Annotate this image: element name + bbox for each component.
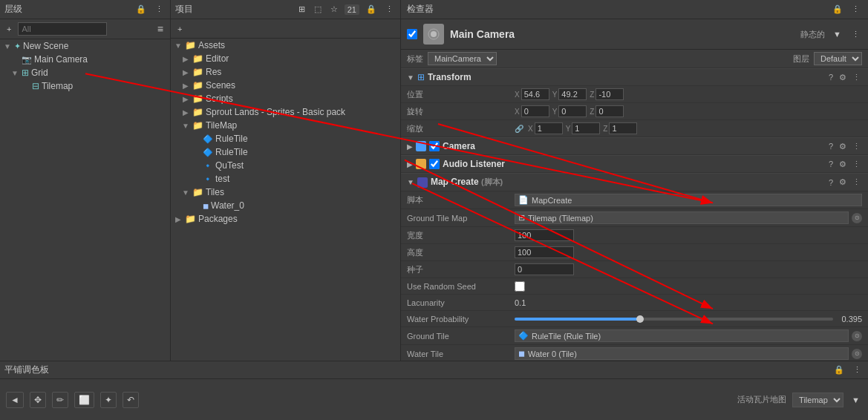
project-item-ruletile2[interactable]: 🔷 RuleTile	[171, 145, 400, 159]
project-item-assets[interactable]: ▼ 📁 Assets	[171, 39, 400, 52]
palette-lock-btn[interactable]: 🔒	[832, 364, 846, 375]
scale-x-input[interactable]	[535, 122, 563, 134]
camera-header[interactable]: ▶ Camera ? ⚙ ⋮	[401, 137, 868, 155]
width-label: 宽度	[407, 230, 515, 241]
height-input[interactable]	[515, 246, 574, 258]
audio-settings[interactable]: ⚙	[838, 160, 848, 169]
map-create-dots[interactable]: ⋮	[851, 177, 862, 187]
tool-select-btn[interactable]: ◄	[6, 392, 24, 408]
scale-y-input[interactable]	[572, 122, 600, 134]
project-item-label: test	[215, 174, 229, 184]
tool-fill-btn[interactable]: ✦	[100, 392, 117, 408]
project-item-water0[interactable]: ◼ Water_0	[171, 199, 400, 212]
seed-input[interactable]	[515, 263, 574, 275]
hierarchy-item-main-camera[interactable]: 📷 Main Camera	[0, 53, 170, 66]
project-item-test[interactable]: 🔹 test	[171, 172, 400, 186]
folder-icon: 📁	[185, 214, 196, 224]
inspector-more-btn[interactable]: ⋮	[849, 4, 862, 15]
hierarchy-search[interactable]	[18, 22, 107, 36]
water-prob-track[interactable]	[515, 318, 833, 321]
transform-header[interactable]: ▼ ⊞ Transform ? ⚙ ⋮	[401, 68, 868, 86]
hierarchy-item-tilemap[interactable]: ⊟ Tilemap	[0, 79, 170, 93]
transform-question[interactable]: ?	[827, 73, 835, 82]
project-item-scenes[interactable]: ▶ 📁 Scenes	[171, 79, 400, 92]
project-item-packages[interactable]: ▶ 📁 Packages	[171, 212, 400, 226]
random-seed-checkbox[interactable]	[515, 281, 525, 292]
transform-dots[interactable]: ⋮	[851, 73, 862, 82]
go-dots-menu[interactable]: ⋮	[849, 29, 862, 40]
rot-x-input[interactable]	[521, 105, 549, 117]
inspector-lock-btn[interactable]: 🔒	[830, 4, 845, 15]
scale-z-input[interactable]	[609, 122, 637, 134]
height-row: 高度	[401, 244, 868, 261]
map-create-header[interactable]: ▼ Map Create (脚本) ? ⚙ ⋮	[401, 173, 868, 191]
ground-tile-ref[interactable]: 🔷 RuleTile (Rule Tile)	[515, 329, 849, 342]
pos-x-input[interactable]	[521, 88, 549, 100]
pos-z-input[interactable]	[595, 88, 624, 100]
project-item-res[interactable]: ▶ 📁 Res	[171, 65, 400, 79]
camera-question[interactable]: ?	[827, 142, 835, 151]
audio-dots[interactable]: ⋮	[851, 160, 862, 169]
hierarchy-more-btn[interactable]: ⋮	[153, 4, 166, 15]
hierarchy-collapse-btn[interactable]: ≡	[155, 22, 166, 36]
audio-listener-header[interactable]: ▶ Audio Listener ? ⚙ ⋮	[401, 155, 868, 173]
tool-rect-btn[interactable]: ⬜	[74, 392, 94, 408]
project-item-scripts[interactable]: ▶ 📁 Scripts	[171, 92, 400, 105]
tag-select[interactable]: MainCamera	[428, 52, 497, 65]
transform-settings[interactable]: ⚙	[838, 73, 848, 82]
tool-paint-btn[interactable]: ✏	[52, 392, 68, 408]
tool-move-btn[interactable]: ✥	[30, 392, 46, 408]
pos-y-input[interactable]	[558, 88, 587, 100]
width-input[interactable]	[515, 229, 574, 241]
camera-active[interactable]	[429, 141, 440, 151]
project-item-editor[interactable]: ▶ 📁 Editor	[171, 52, 400, 65]
project-item-qutest[interactable]: 🔹 QuTest	[171, 159, 400, 172]
hierarchy-lock-btn[interactable]: 🔒	[134, 4, 149, 15]
camera-settings[interactable]: ⚙	[838, 142, 848, 151]
bottom-content: ◄ ✥ ✏ ⬜ ✦ ↶ 活动瓦片地图 Tilemap ▼	[0, 379, 868, 420]
hierarchy-item-new-scene[interactable]: ▼ ✦ New Scene	[0, 39, 170, 53]
tool-pick-btn[interactable]: ↶	[123, 392, 139, 408]
water-tile-pick[interactable]: ⊙	[852, 349, 862, 359]
audio-active[interactable]	[429, 159, 440, 169]
map-create-question[interactable]: ?	[827, 178, 835, 187]
tilemap-select[interactable]: Tilemap	[792, 393, 843, 407]
project-item-tilemap[interactable]: ▼ 📁 TileMap	[171, 119, 400, 132]
script-ref[interactable]: 📄 MapCreate	[515, 194, 862, 206]
folder-icon: 📁	[185, 40, 196, 50]
project-title: 项目	[175, 3, 193, 16]
project-icon3[interactable]: ☆	[328, 4, 340, 15]
ground-tile-row: Ground Tile 🔷 RuleTile (Rule Tile) ⊙	[401, 327, 868, 345]
camera-dots[interactable]: ⋮	[851, 142, 862, 151]
folder-icon: 📁	[192, 80, 203, 91]
water-prob-thumb[interactable]	[636, 315, 644, 323]
hierarchy-item-grid[interactable]: ▼ ⊞ Grid	[0, 66, 170, 79]
camera-comp-arrow: ▶	[407, 142, 413, 151]
folder-icon: 📁	[192, 187, 203, 197]
palette-more-btn[interactable]: ⋮	[851, 364, 864, 375]
project-item-sprout[interactable]: ▶ 📁 Sprout Lands - Sprites - Basic pack	[171, 105, 400, 119]
project-item-ruletile1[interactable]: 🔷 RuleTile	[171, 132, 400, 145]
go-active-toggle[interactable]	[407, 29, 417, 39]
project-item-tiles[interactable]: ▼ 📁 Tiles	[171, 186, 400, 199]
audio-question[interactable]: ?	[827, 160, 835, 168]
tilemap-select-arrow[interactable]: ▼	[849, 395, 862, 405]
hierarchy-panel: 层级 🔒 ⋮ + ≡ ▼ ✦ New Scene 📷	[0, 0, 171, 361]
project-more-btn[interactable]: ⋮	[383, 4, 396, 15]
ground-tile-pick[interactable]: ⊙	[852, 331, 862, 341]
map-create-settings[interactable]: ⚙	[838, 177, 848, 187]
ground-tile-map-ref[interactable]: ⊟ Tilemap (Tilemap)	[515, 211, 849, 224]
hierarchy-add-btn[interactable]: +	[4, 24, 13, 34]
height-label: 高度	[407, 247, 515, 258]
water-tile-ref[interactable]: ◼ Water 0 (Tile)	[515, 347, 849, 360]
project-icon1[interactable]: ⊞	[296, 4, 307, 15]
project-add-btn[interactable]: +	[175, 24, 184, 34]
rot-z-input[interactable]	[595, 105, 624, 117]
layer-select[interactable]: Default	[814, 52, 862, 65]
go-static-arrow[interactable]: ▼	[831, 29, 843, 39]
project-icon2[interactable]: ⬚	[312, 4, 324, 15]
rot-y-input[interactable]	[558, 105, 587, 117]
ground-tile-map-pick[interactable]: ⊙	[852, 213, 862, 223]
project-lock-btn[interactable]: 🔒	[364, 4, 379, 15]
camera-icon: 📷	[22, 55, 32, 65]
